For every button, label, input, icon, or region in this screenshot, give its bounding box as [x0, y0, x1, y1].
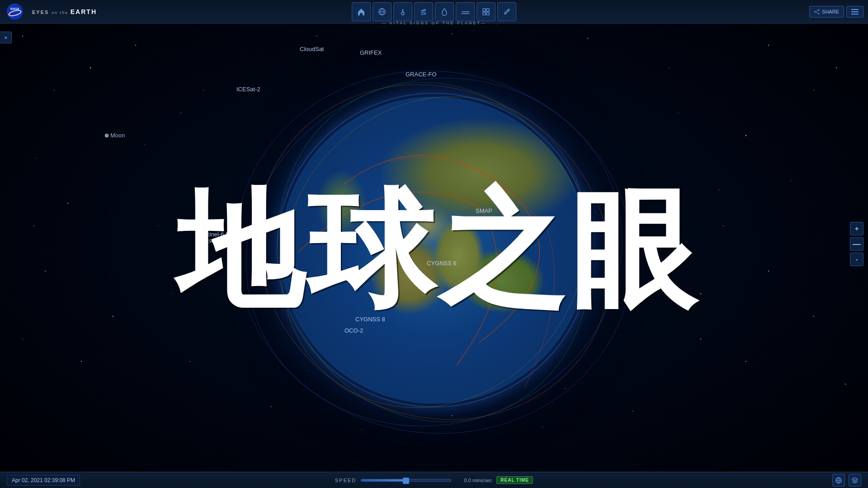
speed-label: SPEED	[335, 478, 356, 483]
svg-point-62	[818, 9, 820, 10]
collapse-icon: »	[4, 34, 7, 41]
svg-point-8	[45, 271, 46, 272]
satellite-sentinel6[interactable]: Sentinel-6 Michael Freilich	[198, 231, 266, 238]
svg-point-17	[723, 225, 724, 226]
globe-atmosphere	[277, 93, 591, 408]
svg-point-5	[180, 113, 181, 113]
svg-point-32	[632, 411, 633, 412]
svg-point-3	[36, 158, 36, 158]
svg-point-20	[745, 361, 746, 362]
svg-point-33	[203, 90, 203, 90]
svg-point-40	[845, 384, 846, 385]
svg-point-24	[384, 27, 385, 28]
svg-rect-59	[483, 12, 486, 15]
svg-point-10	[22, 338, 23, 339]
satellite-grifex[interactable]: GRIFEX	[360, 49, 382, 56]
satellite-grace-fo[interactable]: GRACE-FO	[406, 71, 437, 78]
svg-point-4	[135, 45, 136, 46]
svg-point-19	[813, 316, 814, 317]
nav-icons-group	[352, 2, 516, 21]
svg-point-53	[9, 14, 11, 15]
zoom-in-button[interactable]: +	[850, 222, 863, 235]
svg-point-27	[587, 38, 588, 39]
nasa-meatball-logo: NASA	[7, 4, 23, 20]
svg-point-26	[497, 24, 497, 25]
speed-value-display: 0.0 mins/sec	[456, 478, 492, 483]
svg-line-66	[816, 12, 818, 13]
moon-text: Moon	[110, 132, 125, 139]
svg-point-2	[90, 67, 91, 68]
svg-point-50	[8, 5, 22, 19]
svg-text:NASA: NASA	[10, 7, 19, 10]
nav-home-button[interactable]	[352, 2, 371, 21]
svg-point-25	[452, 33, 453, 34]
svg-point-64	[818, 13, 820, 14]
app-title: EYES on the EARTH	[30, 8, 99, 15]
svg-point-39	[33, 225, 34, 226]
nasa-logo[interactable]: NASA	[0, 4, 30, 20]
satellite-oco2[interactable]: OCO-2	[344, 327, 363, 334]
nav-water-button[interactable]	[435, 2, 454, 21]
svg-point-36	[678, 113, 678, 113]
svg-point-41	[144, 144, 145, 145]
svg-point-28	[271, 406, 272, 407]
svg-point-42	[718, 189, 719, 190]
speed-control-group: SPEED 0.0 mins/sec REAL TIME	[335, 476, 533, 484]
svg-rect-60	[486, 12, 489, 15]
datetime-display: Apr 02, 2021 02:39:08 PM	[7, 475, 80, 486]
svg-point-15	[791, 180, 791, 181]
top-nav-bar: NASA EYES on the EARTH	[0, 0, 868, 23]
share-label: SHARE	[822, 9, 839, 14]
satellite-jason3[interactable]: Jason-3	[202, 237, 223, 244]
svg-point-31	[542, 427, 542, 427]
svg-point-29	[361, 429, 362, 429]
globe-view-button[interactable]	[832, 474, 845, 487]
zoom-out-button[interactable]: -	[850, 253, 863, 266]
satellite-cloudsat[interactable]: CloudSat	[300, 46, 324, 52]
sidebar-collapse-button[interactable]: »	[0, 32, 12, 43]
svg-point-6	[67, 203, 68, 204]
svg-point-34	[172, 294, 172, 294]
share-button[interactable]: SHARE	[809, 6, 844, 18]
speed-slider-fill	[361, 479, 406, 481]
moon-dot	[105, 134, 108, 137]
svg-point-7	[158, 225, 158, 226]
svg-point-9	[113, 316, 113, 317]
svg-point-63	[815, 11, 816, 12]
vital-signs-text: VITAL SIGNS OF THE PLANET	[382, 21, 486, 25]
svg-rect-57	[483, 9, 486, 11]
speed-slider-handle[interactable]	[403, 478, 409, 484]
svg-line-65	[816, 10, 818, 11]
svg-point-22	[700, 293, 701, 294]
svg-point-14	[745, 135, 746, 136]
svg-rect-69	[851, 14, 859, 14]
svg-point-16	[836, 67, 837, 68]
svg-rect-67	[851, 9, 859, 10]
nav-temperature-button[interactable]	[393, 2, 412, 21]
globe-container[interactable]	[280, 97, 588, 404]
nav-grid-button[interactable]	[476, 2, 495, 21]
speed-slider[interactable]	[361, 479, 451, 482]
satellite-iss[interactable]: ISS	[229, 269, 239, 276]
bottom-bar: Apr 02, 2021 02:39:08 PM SPEED 0.0 mins/…	[0, 472, 868, 488]
satellite-icesat2[interactable]: ICESat-2	[236, 86, 260, 93]
svg-rect-58	[486, 9, 489, 11]
nav-waves-button[interactable]	[456, 2, 475, 21]
layers-button[interactable]	[849, 474, 861, 487]
nav-globe-button[interactable]	[373, 2, 392, 21]
nav-draw-button[interactable]	[497, 2, 516, 21]
svg-point-11	[81, 361, 82, 362]
svg-point-18	[768, 271, 769, 272]
svg-rect-68	[851, 11, 859, 12]
menu-button[interactable]	[846, 6, 863, 18]
svg-point-30	[452, 415, 453, 416]
nav-wind-button[interactable]	[414, 2, 433, 21]
moon-label: Moon	[105, 132, 125, 139]
svg-point-0	[22, 36, 23, 37]
svg-point-13	[813, 90, 814, 91]
satellite-cygnss8[interactable]: CYGNSS 8	[355, 316, 385, 323]
real-time-badge[interactable]: REAL TIME	[496, 476, 533, 484]
svg-point-12	[768, 45, 769, 46]
satellite-cygnss6[interactable]: CYGNSS 6	[427, 260, 457, 267]
satellite-smap[interactable]: SMAP	[476, 207, 492, 214]
